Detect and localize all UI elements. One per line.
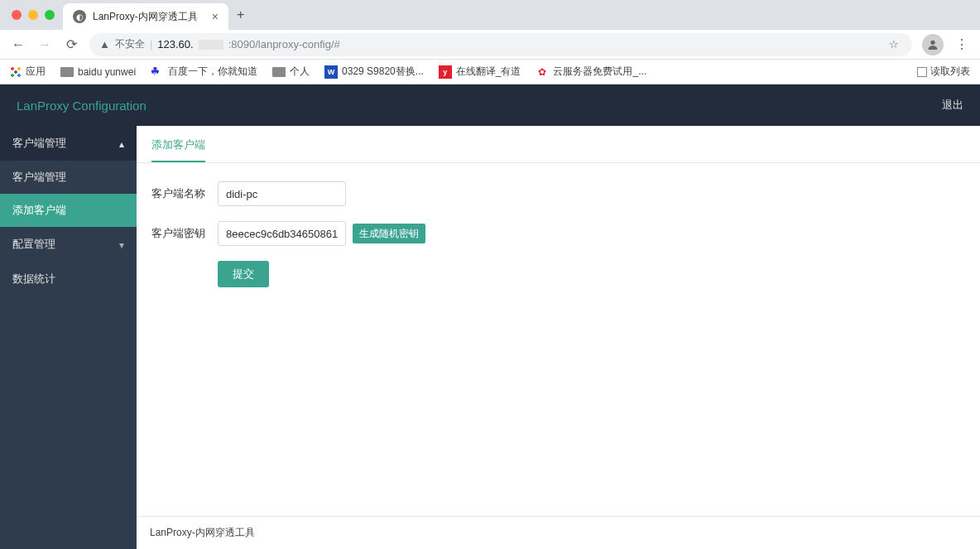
insecure-label: 不安全 — [115, 37, 145, 51]
bookmark-youdao[interactable]: y 在线翻译_有道 — [439, 65, 521, 79]
content: 添加客户端 客户端名称 客户端密钥 生成随机密钥 提交 LanP — [137, 126, 980, 549]
footer: LanProxy-内网穿透工具 — [137, 516, 980, 549]
forward-icon[interactable]: → — [36, 37, 53, 52]
app-header: LanProxy Configuration 退出 — [0, 84, 980, 126]
form-row-name: 客户端名称 — [151, 181, 965, 206]
w-icon: W — [324, 65, 338, 79]
url-input[interactable]: ▲ 不安全 | 123.60. :8090/lanproxy-config/# … — [89, 33, 912, 56]
bookmarks-bar: 应用 baidu yunwei ☘ 百度一下，你就知道 个人 W 0329 S9… — [0, 60, 980, 84]
folder-icon — [272, 67, 286, 77]
content-header: 添加客户端 — [137, 126, 980, 162]
apps-icon — [10, 66, 22, 78]
url-redacted — [199, 40, 223, 50]
bookmark-s9820[interactable]: W 0329 S9820替换... — [324, 65, 424, 79]
reload-icon[interactable]: ⟳ — [63, 36, 79, 52]
browser-tab[interactable]: ◐ LanProxy-内网穿透工具 × — [63, 3, 228, 30]
client-key-label: 客户端密钥 — [151, 226, 218, 241]
reading-list-icon — [917, 67, 927, 77]
bookmark-apps[interactable]: 应用 — [10, 65, 46, 79]
form-row-key: 客户端密钥 生成随机密钥 — [151, 221, 965, 246]
window-controls — [8, 10, 63, 20]
url-path: :8090/lanproxy-config/# — [228, 38, 340, 51]
chevron-up-icon — [119, 137, 124, 150]
content-tab-add-client[interactable]: 添加客户端 — [151, 137, 205, 162]
bookmark-huawei[interactable]: ✿ 云服务器免费试用_... — [536, 65, 646, 79]
menu-icon[interactable]: ⋮ — [954, 36, 970, 52]
baidu-icon: ☘ — [151, 65, 164, 79]
insecure-icon: ▲ — [99, 38, 110, 51]
youdao-icon: y — [439, 65, 452, 79]
footer-text: LanProxy-内网穿透工具 — [150, 526, 255, 540]
window-minimize-icon[interactable] — [28, 10, 38, 20]
sidebar-item-stats[interactable]: 数据统计 — [0, 262, 137, 296]
tab-close-icon[interactable]: × — [212, 10, 219, 23]
app-body: 客户端管理 客户端管理 添加客户端 配置管理 数据统计 添加客户端 客户端名称 — [0, 126, 980, 549]
address-bar: ← → ⟳ ▲ 不安全 | 123.60. :8090/lanproxy-con… — [0, 30, 980, 60]
svg-point-0 — [930, 40, 934, 44]
app: LanProxy Configuration 退出 客户端管理 客户端管理 添加… — [0, 84, 980, 549]
form-row-submit: 提交 — [151, 261, 965, 287]
add-client-form: 客户端名称 客户端密钥 生成随机密钥 提交 — [137, 163, 980, 320]
window-close-icon[interactable] — [12, 10, 22, 20]
logout-link[interactable]: 退出 — [942, 98, 963, 113]
sidebar-item-client-mgmt[interactable]: 客户端管理 — [0, 161, 137, 194]
app-brand: LanProxy Configuration — [17, 99, 147, 113]
back-icon[interactable]: ← — [10, 37, 26, 52]
sidebar-group-config[interactable]: 配置管理 — [0, 227, 137, 262]
bookmark-baidu[interactable]: ☘ 百度一下，你就知道 — [151, 65, 257, 79]
folder-icon — [60, 67, 74, 77]
bookmark-personal[interactable]: 个人 — [272, 65, 310, 79]
bookmark-baidu-yunwei[interactable]: baidu yunwei — [60, 66, 136, 78]
tab-favicon-icon: ◐ — [73, 10, 86, 23]
submit-button[interactable]: 提交 — [218, 261, 269, 287]
window-maximize-icon[interactable] — [45, 10, 55, 20]
new-tab-button[interactable]: + — [237, 7, 244, 22]
client-key-input[interactable] — [218, 221, 346, 246]
reading-list[interactable]: 读取列表 — [917, 65, 970, 79]
chevron-down-icon — [119, 238, 124, 251]
sidebar: 客户端管理 客户端管理 添加客户端 配置管理 数据统计 — [0, 126, 137, 549]
generate-key-button[interactable]: 生成随机密钥 — [353, 224, 425, 243]
tab-title: LanProxy-内网穿透工具 — [93, 10, 205, 24]
browser-chrome: ◐ LanProxy-内网穿透工具 × + ← → ⟳ ▲ 不安全 | 123.… — [0, 0, 980, 84]
sidebar-item-add-client[interactable]: 添加客户端 — [0, 194, 137, 227]
url-host: 123.60. — [157, 38, 193, 51]
star-icon[interactable]: ☆ — [889, 38, 899, 51]
profile-icon[interactable] — [922, 34, 944, 55]
client-name-input[interactable] — [218, 181, 346, 206]
tab-bar: ◐ LanProxy-内网穿透工具 × + — [0, 0, 980, 30]
client-name-label: 客户端名称 — [151, 186, 218, 201]
huawei-icon: ✿ — [536, 65, 549, 79]
sidebar-group-client[interactable]: 客户端管理 — [0, 126, 137, 161]
